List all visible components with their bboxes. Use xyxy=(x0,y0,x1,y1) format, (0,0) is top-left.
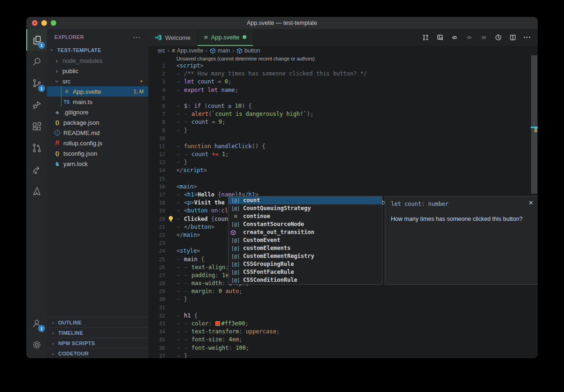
code-line-4[interactable]: 4→export let name; xyxy=(148,86,538,94)
code-line-11[interactable]: 11→function handleClick() { xyxy=(148,143,538,151)
sidebar-more-actions-button[interactable]: ··· xyxy=(133,34,141,41)
code-line-34[interactable]: 34→→text-transform: uppercase; xyxy=(148,328,538,336)
current-change-icon[interactable] xyxy=(465,34,473,42)
color-swatch[interactable] xyxy=(215,321,220,326)
code-line-33[interactable]: 33→→color: #ff3e00; xyxy=(148,320,538,328)
symbol-variable-icon: [@] xyxy=(230,204,241,212)
code-line-8[interactable]: 8→→count = 9; xyxy=(148,118,538,126)
activity-item-github-pull-request[interactable] xyxy=(26,137,47,158)
sidebar-section-timeline[interactable]: ›TIMELINE xyxy=(47,327,148,338)
indent-arrow: → xyxy=(184,328,191,336)
modified-dot-icon[interactable] xyxy=(243,35,246,39)
code-line-5[interactable]: 5 xyxy=(148,94,538,102)
workspace-root-row[interactable]: › TEST-TEMPLATE xyxy=(47,45,148,55)
code-line-9[interactable]: 9→} xyxy=(148,127,538,135)
activity-item-search[interactable] xyxy=(26,51,47,72)
code-line-13[interactable]: 13→} xyxy=(148,158,538,166)
breadcrumb: src›≡App.svelte›main›button xyxy=(148,46,538,55)
breadcrumb-label: src xyxy=(158,47,165,54)
suggest-item-create_out_transition[interactable]: create_out_transition xyxy=(229,228,382,236)
code-line-37[interactable]: 37→} xyxy=(148,352,538,358)
folder-modified-dot: ● xyxy=(140,79,148,83)
code-line-15[interactable]: 15 xyxy=(148,175,538,183)
code-line-12[interactable]: 12→→count += 1; xyxy=(148,151,538,158)
close-icon[interactable]: ✕ xyxy=(528,199,534,206)
activity-item-account[interactable]: 1 xyxy=(26,312,47,334)
activity-item-source-control[interactable]: 1 xyxy=(26,72,47,94)
suggest-item-customElements[interactable]: [@]customElements xyxy=(229,244,382,252)
indent-arrow: → xyxy=(176,287,184,295)
file-row-public[interactable]: ›public xyxy=(47,66,148,76)
timeline-run-icon[interactable] xyxy=(494,34,502,42)
code-line-14[interactable]: 14</script> xyxy=(148,166,538,174)
breadcrumb-item-button[interactable]: button xyxy=(236,47,260,54)
activity-item-live-share[interactable] xyxy=(26,158,47,180)
suggest-item-CountQueuingStrategy[interactable]: [@]CountQueuingStrategy xyxy=(229,204,382,212)
activity-item-azure[interactable] xyxy=(26,180,47,202)
suggest-item-continue[interactable]: ≡continue xyxy=(229,212,382,220)
suggest-item-ConstantSourceNode[interactable]: [@]ConstantSourceNode xyxy=(229,220,382,228)
scrollbar-thumb[interactable] xyxy=(531,55,537,194)
file-row-rollup.config.js[interactable]: Rrollup.config.js xyxy=(47,138,148,148)
zoom-window-button[interactable] xyxy=(51,20,56,26)
file-row-main.ts[interactable]: TSmain.ts xyxy=(47,97,148,107)
code-line-35[interactable]: 35→→font-size: 4em; xyxy=(148,336,538,344)
file-row-README.md[interactable]: iREADME.md xyxy=(47,128,148,138)
tab-app-svelte[interactable]: ≡App.svelte xyxy=(198,29,253,46)
code-line-29[interactable]: 29→→margin: 0 auto; xyxy=(148,287,538,295)
line-number: 8 xyxy=(148,118,165,126)
file-name: public xyxy=(62,68,148,75)
sidebar-section-codetour[interactable]: ›CODETOUR xyxy=(47,348,148,358)
breadcrumb-item-main[interactable]: main xyxy=(210,47,230,54)
code-line-7[interactable]: 7→→alert(`count is dangerously high!`); xyxy=(148,110,538,118)
file-row-.gitignore[interactable]: ◆.gitignore xyxy=(47,107,148,117)
open-changes-icon[interactable] xyxy=(421,34,429,42)
explorer-sidebar: EXPLORER ··· › TEST-TEMPLATE ›node_modul… xyxy=(47,29,148,358)
minimize-window-button[interactable] xyxy=(41,20,47,26)
suggest-item-CustomEvent[interactable]: [@]CustomEvent xyxy=(229,236,382,244)
suggest-item-count[interactable]: [@]count xyxy=(229,196,382,204)
previous-change-icon[interactable] xyxy=(450,34,458,42)
tab-welcome[interactable]: Welcome xyxy=(148,29,198,46)
file-row-App.svelte[interactable]: ≡App.svelte1, M xyxy=(47,86,148,97)
code-line-3[interactable]: 3→let count = 0; xyxy=(148,78,538,86)
split-editor-icon[interactable] xyxy=(509,34,517,42)
suggest-item-CSSFontFaceRule[interactable]: [@]CSSFontFaceRule xyxy=(229,268,382,276)
file-row-tsconfig.json[interactable]: {}tsconfig.json xyxy=(47,148,148,158)
suggest-item-CustomElementRegistry[interactable]: [@]CustomElementRegistry xyxy=(229,252,382,260)
code-line-2[interactable]: 2→/** How many times has someone clicked… xyxy=(148,70,538,78)
code-line-30[interactable]: 30→} xyxy=(148,295,538,303)
suggest-item-CSSGroupingRule[interactable]: [@]CSSGroupingRule xyxy=(229,260,382,268)
code-line-6[interactable]: 6→$: if (count ≥ 10) { xyxy=(148,102,538,110)
codelens-annotation[interactable]: Unsaved changes (cannot determine recent… xyxy=(148,55,538,62)
extensions-icon xyxy=(31,121,42,132)
next-change-icon[interactable] xyxy=(480,34,488,42)
code-line-32[interactable]: 32→h1 { xyxy=(148,312,538,320)
code-line-10[interactable]: 10 xyxy=(148,135,538,143)
open-preview-icon[interactable] xyxy=(436,34,444,42)
file-row-node_modules[interactable]: ›node_modules xyxy=(47,55,148,66)
activity-item-extensions[interactable] xyxy=(26,115,47,137)
breadcrumb-item-src[interactable]: src xyxy=(158,47,165,54)
activity-item-run-debug[interactable] xyxy=(26,94,47,115)
lightbulb-icon[interactable] xyxy=(165,215,176,223)
activity-item-settings[interactable] xyxy=(26,334,47,355)
sidebar-section-npm-scripts[interactable]: ›NPM SCRIPTS xyxy=(47,338,148,348)
file-name: .gitignore xyxy=(63,109,148,116)
code-line-16[interactable]: 16<main> xyxy=(148,183,538,191)
more-actions-icon[interactable]: ··· xyxy=(523,34,531,42)
sidebar-section-outline[interactable]: ›OUTLINE xyxy=(47,317,148,327)
code-line-31[interactable]: 31 xyxy=(148,304,538,312)
code-line-1[interactable]: 1<script> xyxy=(148,62,538,70)
file-row-src[interactable]: ›src● xyxy=(47,76,148,86)
breadcrumb-item-app-svelte[interactable]: ≡App.svelte xyxy=(172,47,203,54)
close-window-button[interactable] xyxy=(32,20,38,26)
gutter-space xyxy=(165,239,176,247)
activity-item-explorer[interactable]: 1 xyxy=(26,29,47,51)
chevron-down-icon: › xyxy=(49,47,55,53)
line-number: 14 xyxy=(148,166,165,174)
suggest-item-CSSConditionRule[interactable]: [@]CSSConditionRule xyxy=(229,276,382,284)
file-row-yarn.lock[interactable]: ♞yarn.lock xyxy=(47,158,148,169)
code-line-36[interactable]: 36→→font-weight: 100; xyxy=(148,344,538,352)
file-row-package.json[interactable]: {}package.json xyxy=(47,117,148,128)
